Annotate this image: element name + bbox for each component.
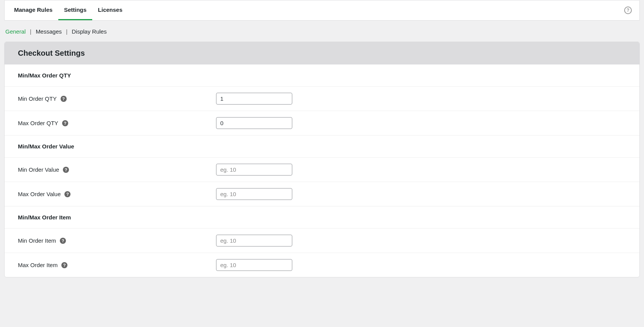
section-title-value: Min/Max Order Value: [5, 135, 639, 158]
separator: |: [30, 28, 32, 35]
section-title-item: Min/Max Order Item: [5, 206, 639, 229]
settings-panel: Checkout Settings Min/Max Order QTY Min …: [4, 42, 640, 277]
tab-manage-rules[interactable]: Manage Rules: [8, 0, 58, 20]
help-icon[interactable]: ?: [61, 96, 67, 102]
field-row-max-item: Max Order Item ?: [5, 253, 639, 277]
tab-licenses[interactable]: Licenses: [92, 0, 128, 20]
field-label-min-value: Min Order Value: [18, 166, 59, 173]
section-title-qty: Min/Max Order QTY: [5, 64, 639, 87]
help-icon[interactable]: ?: [63, 167, 69, 173]
field-label-min-qty: Min Order QTY: [18, 95, 57, 102]
field-row-max-qty: Max Order QTY ?: [5, 111, 639, 135]
max-order-item-input[interactable]: [216, 259, 292, 271]
min-order-qty-input[interactable]: [216, 93, 292, 105]
top-tabs: Manage Rules Settings Licenses ?: [4, 0, 640, 21]
help-icon[interactable]: ?: [624, 6, 632, 14]
max-order-value-input[interactable]: [216, 188, 292, 200]
help-icon[interactable]: ?: [60, 238, 66, 244]
field-label-min-item: Min Order Item: [18, 237, 56, 244]
help-icon[interactable]: ?: [64, 191, 70, 197]
sub-tabs: General | Messages | Display Rules: [0, 21, 644, 42]
subtab-general[interactable]: General: [4, 28, 27, 35]
subtab-messages[interactable]: Messages: [35, 28, 63, 35]
max-order-qty-input[interactable]: [216, 117, 292, 129]
field-row-max-value: Max Order Value ?: [5, 182, 639, 206]
min-order-item-input[interactable]: [216, 235, 292, 246]
subtab-display-rules[interactable]: Display Rules: [70, 28, 108, 35]
panel-title: Checkout Settings: [5, 42, 639, 64]
separator: |: [66, 28, 67, 35]
help-icon[interactable]: ?: [62, 120, 68, 126]
field-row-min-value: Min Order Value ?: [5, 158, 639, 182]
field-row-min-qty: Min Order QTY ?: [5, 87, 639, 111]
tab-settings[interactable]: Settings: [58, 0, 92, 20]
min-order-value-input[interactable]: [216, 164, 292, 176]
field-label-max-value: Max Order Value: [18, 191, 61, 197]
help-icon[interactable]: ?: [61, 262, 67, 268]
field-label-max-item: Max Order Item: [18, 262, 58, 268]
field-label-max-qty: Max Order QTY: [18, 120, 58, 126]
field-row-min-item: Min Order Item ?: [5, 229, 639, 253]
